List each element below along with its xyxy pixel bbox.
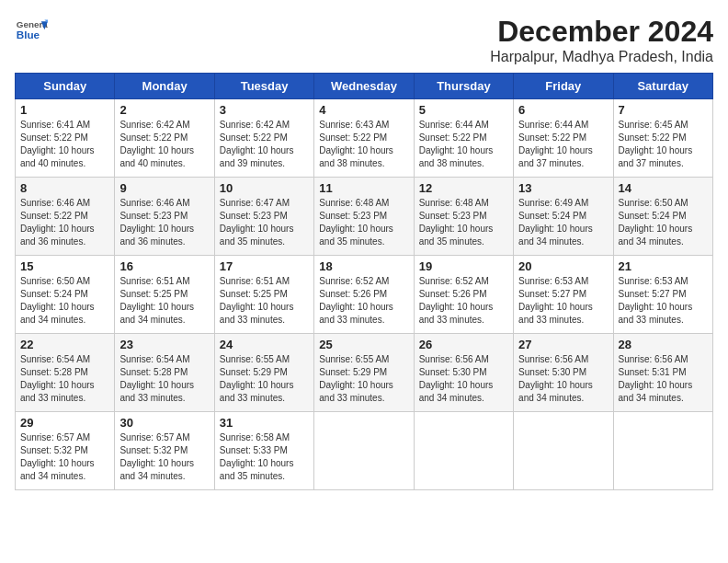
cell-content: Sunrise: 6:46 AM Sunset: 5:23 PM Dayligh… xyxy=(119,197,209,248)
sunset-label: Sunset: 5:23 PM xyxy=(419,211,487,221)
calendar-cell xyxy=(314,412,414,490)
daylight-label: Daylight: 10 hours and 36 minutes. xyxy=(20,224,95,247)
col-header-monday: Monday xyxy=(115,74,214,99)
daylight-label: Daylight: 10 hours and 33 minutes. xyxy=(220,380,294,403)
sunset-label: Sunset: 5:28 PM xyxy=(119,367,188,377)
day-number: 13 xyxy=(518,181,608,195)
logo: General Blue xyxy=(15,15,51,48)
sunrise-label: Sunrise: 6:43 AM xyxy=(319,120,389,130)
day-number: 11 xyxy=(319,181,408,195)
day-number: 9 xyxy=(119,181,209,195)
day-number: 14 xyxy=(619,181,708,195)
calendar-cell: 27 Sunrise: 6:56 AM Sunset: 5:30 PM Dayl… xyxy=(514,334,613,412)
daylight-label: Daylight: 10 hours and 38 minutes. xyxy=(319,145,393,168)
day-number: 3 xyxy=(220,103,309,117)
sunrise-label: Sunrise: 6:57 AM xyxy=(20,432,90,442)
day-number: 1 xyxy=(20,103,109,117)
sunset-label: Sunset: 5:22 PM xyxy=(119,132,188,143)
sunset-label: Sunset: 5:23 PM xyxy=(119,211,188,221)
daylight-label: Daylight: 10 hours and 33 minutes. xyxy=(518,302,593,325)
sunrise-label: Sunrise: 6:50 AM xyxy=(20,276,90,286)
sunrise-label: Sunrise: 6:50 AM xyxy=(619,198,688,208)
sunrise-label: Sunrise: 6:51 AM xyxy=(119,276,189,286)
title-block: December 2024 Harpalpur, Madhya Pradesh,… xyxy=(490,15,713,65)
cell-content: Sunrise: 6:54 AM Sunset: 5:28 PM Dayligh… xyxy=(119,353,209,405)
cell-content: Sunrise: 6:42 AM Sunset: 5:22 PM Dayligh… xyxy=(220,119,309,170)
calendar-cell: 11 Sunrise: 6:48 AM Sunset: 5:23 PM Dayl… xyxy=(314,178,414,256)
day-number: 7 xyxy=(619,103,708,117)
calendar-cell xyxy=(514,412,613,490)
cell-content: Sunrise: 6:50 AM Sunset: 5:24 PM Dayligh… xyxy=(20,275,109,327)
day-number: 29 xyxy=(20,416,109,430)
daylight-label: Daylight: 10 hours and 37 minutes. xyxy=(619,145,693,168)
sunset-label: Sunset: 5:26 PM xyxy=(319,289,387,299)
calendar-cell: 29 Sunrise: 6:57 AM Sunset: 5:32 PM Dayl… xyxy=(16,412,115,490)
sunset-label: Sunset: 5:22 PM xyxy=(518,132,586,143)
cell-content: Sunrise: 6:48 AM Sunset: 5:23 PM Dayligh… xyxy=(419,197,508,248)
daylight-label: Daylight: 10 hours and 33 minutes. xyxy=(20,380,95,403)
sunset-label: Sunset: 5:24 PM xyxy=(20,289,88,299)
sunrise-label: Sunrise: 6:42 AM xyxy=(119,120,189,130)
calendar-cell: 7 Sunrise: 6:45 AM Sunset: 5:22 PM Dayli… xyxy=(613,99,712,178)
cell-content: Sunrise: 6:56 AM Sunset: 5:31 PM Dayligh… xyxy=(619,353,708,405)
daylight-label: Daylight: 10 hours and 34 minutes. xyxy=(119,458,194,481)
cell-content: Sunrise: 6:52 AM Sunset: 5:26 PM Dayligh… xyxy=(319,275,408,327)
daylight-label: Daylight: 10 hours and 35 minutes. xyxy=(220,224,294,247)
sunset-label: Sunset: 5:32 PM xyxy=(119,445,188,455)
daylight-label: Daylight: 10 hours and 33 minutes. xyxy=(419,302,494,325)
calendar-cell: 12 Sunrise: 6:48 AM Sunset: 5:23 PM Dayl… xyxy=(414,178,513,256)
day-number: 22 xyxy=(20,338,109,351)
sunset-label: Sunset: 5:28 PM xyxy=(20,367,88,377)
calendar-cell: 17 Sunrise: 6:51 AM Sunset: 5:25 PM Dayl… xyxy=(214,256,313,334)
sunrise-label: Sunrise: 6:46 AM xyxy=(20,198,90,208)
sunset-label: Sunset: 5:27 PM xyxy=(518,289,586,299)
calendar-cell: 21 Sunrise: 6:53 AM Sunset: 5:27 PM Dayl… xyxy=(613,256,712,334)
week-row-3: 22 Sunrise: 6:54 AM Sunset: 5:28 PM Dayl… xyxy=(16,334,713,412)
sunset-label: Sunset: 5:25 PM xyxy=(119,289,188,299)
calendar-cell: 28 Sunrise: 6:56 AM Sunset: 5:31 PM Dayl… xyxy=(613,334,712,412)
sunset-label: Sunset: 5:33 PM xyxy=(220,445,288,455)
calendar-cell: 23 Sunrise: 6:54 AM Sunset: 5:28 PM Dayl… xyxy=(115,334,214,412)
sunset-label: Sunset: 5:29 PM xyxy=(220,367,288,377)
sunset-label: Sunset: 5:22 PM xyxy=(220,132,288,143)
sunrise-label: Sunrise: 6:56 AM xyxy=(419,354,489,364)
week-row-1: 8 Sunrise: 6:46 AM Sunset: 5:22 PM Dayli… xyxy=(16,178,713,256)
cell-content: Sunrise: 6:41 AM Sunset: 5:22 PM Dayligh… xyxy=(20,119,109,170)
cell-content: Sunrise: 6:57 AM Sunset: 5:32 PM Dayligh… xyxy=(119,431,209,483)
daylight-label: Daylight: 10 hours and 34 minutes. xyxy=(20,458,95,481)
sunset-label: Sunset: 5:26 PM xyxy=(419,289,487,299)
daylight-label: Daylight: 10 hours and 40 minutes. xyxy=(119,145,194,168)
page-container: General Blue December 2024 Harpalpur, Ma… xyxy=(15,15,713,490)
sunrise-label: Sunrise: 6:56 AM xyxy=(518,354,588,364)
calendar-cell: 10 Sunrise: 6:47 AM Sunset: 5:23 PM Dayl… xyxy=(214,178,313,256)
day-number: 2 xyxy=(119,103,209,117)
sunset-label: Sunset: 5:22 PM xyxy=(20,211,88,221)
daylight-label: Daylight: 10 hours and 33 minutes. xyxy=(220,302,294,325)
daylight-label: Daylight: 10 hours and 33 minutes. xyxy=(319,302,393,325)
sunrise-label: Sunrise: 6:44 AM xyxy=(518,120,588,130)
calendar-cell: 1 Sunrise: 6:41 AM Sunset: 5:22 PM Dayli… xyxy=(16,99,115,178)
daylight-label: Daylight: 10 hours and 36 minutes. xyxy=(119,224,194,247)
col-header-sunday: Sunday xyxy=(16,74,115,99)
calendar-cell: 22 Sunrise: 6:54 AM Sunset: 5:28 PM Dayl… xyxy=(16,334,115,412)
calendar-cell: 30 Sunrise: 6:57 AM Sunset: 5:32 PM Dayl… xyxy=(115,412,214,490)
cell-content: Sunrise: 6:47 AM Sunset: 5:23 PM Dayligh… xyxy=(220,197,309,248)
daylight-label: Daylight: 10 hours and 37 minutes. xyxy=(518,145,593,168)
daylight-label: Daylight: 10 hours and 34 minutes. xyxy=(518,224,593,247)
sunset-label: Sunset: 5:30 PM xyxy=(518,367,586,377)
daylight-label: Daylight: 10 hours and 35 minutes. xyxy=(220,458,294,481)
sunset-label: Sunset: 5:24 PM xyxy=(619,211,687,221)
calendar-cell: 31 Sunrise: 6:58 AM Sunset: 5:33 PM Dayl… xyxy=(214,412,313,490)
cell-content: Sunrise: 6:54 AM Sunset: 5:28 PM Dayligh… xyxy=(20,353,109,405)
cell-content: Sunrise: 6:56 AM Sunset: 5:30 PM Dayligh… xyxy=(518,353,608,405)
week-row-4: 29 Sunrise: 6:57 AM Sunset: 5:32 PM Dayl… xyxy=(16,412,713,490)
sunset-label: Sunset: 5:27 PM xyxy=(619,289,687,299)
sunrise-label: Sunrise: 6:57 AM xyxy=(119,432,189,442)
calendar-cell: 8 Sunrise: 6:46 AM Sunset: 5:22 PM Dayli… xyxy=(16,178,115,256)
sunset-label: Sunset: 5:23 PM xyxy=(220,211,288,221)
daylight-label: Daylight: 10 hours and 35 minutes. xyxy=(319,224,393,247)
day-number: 10 xyxy=(220,181,309,195)
calendar-cell: 9 Sunrise: 6:46 AM Sunset: 5:23 PM Dayli… xyxy=(115,178,214,256)
day-number: 8 xyxy=(20,181,109,195)
sunrise-label: Sunrise: 6:53 AM xyxy=(619,276,688,286)
